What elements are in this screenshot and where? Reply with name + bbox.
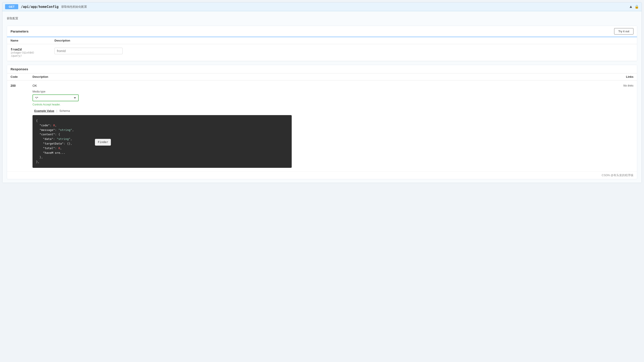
name-col-header: Name: [10, 39, 54, 42]
api-header[interactable]: GET /api/app/homeConfig 获取钱包初始化配置 ▲ 🔒: [2, 2, 642, 11]
response-row-200: 200 OK Media type */* Controls Accept he…: [7, 80, 637, 172]
response-desc-col-header: Description: [32, 75, 600, 78]
watermark: CSDN @有头发的程序猿: [7, 172, 637, 179]
param-location: (query): [10, 54, 54, 57]
have-more-key: "haveM: [43, 151, 53, 154]
api-description: 获取配置: [7, 15, 637, 22]
finder-popup: Finder: [95, 139, 111, 146]
responses-header: Responses: [7, 65, 637, 73]
params-table-header: Name Description: [7, 37, 637, 44]
try-it-out-button[interactable]: Try it out: [614, 28, 634, 34]
responses-table-header: Code Description Links: [7, 73, 637, 80]
links-col-header: Links: [600, 75, 634, 78]
code-col-header: Code: [10, 75, 32, 78]
lock-icon: 🔒: [634, 4, 639, 9]
response-links: No links: [600, 84, 634, 87]
media-type-label: Media type: [32, 90, 600, 93]
param-name-cell: fromId integer($int64) (query): [10, 48, 54, 57]
param-type: integer($int64): [10, 51, 54, 54]
desc-col-header: Description: [54, 39, 634, 42]
example-value-tabs: Example Value | Schema: [32, 108, 600, 113]
method-badge: GET: [5, 4, 18, 9]
parameters-section: Parameters Try it out Name Description f…: [7, 26, 637, 61]
example-value-tab[interactable]: Example Value: [32, 108, 56, 113]
responses-title: Responses: [10, 67, 28, 71]
response-description: OK Media type */* Controls Accept header…: [32, 84, 600, 168]
schema-tab[interactable]: Schema: [58, 108, 72, 113]
api-panel: GET /api/app/homeConfig 获取钱包初始化配置 ▲ 🔒 获取…: [2, 2, 642, 183]
responses-section: Responses Code Description Links 200 OK …: [7, 65, 637, 179]
parameters-header: Parameters Try it out: [7, 26, 637, 37]
param-desc-cell: [54, 48, 634, 54]
tab-divider: |: [56, 108, 58, 113]
media-type-select[interactable]: */*: [32, 94, 79, 101]
parameters-title: Parameters: [10, 30, 28, 33]
collapse-button[interactable]: ▲: [629, 4, 633, 9]
code-block: { "code": 0, "message": "string", "conte…: [32, 115, 292, 168]
api-path: /api/app/homeConfig: [21, 5, 59, 9]
param-input[interactable]: [54, 48, 122, 54]
response-ok-text: OK: [32, 84, 600, 88]
param-row: fromId integer($int64) (query): [7, 44, 637, 61]
api-body: 获取配置 Parameters Try it out Name Descript…: [2, 11, 642, 183]
api-summary: 获取钱包初始化配置: [61, 5, 629, 9]
controls-hint: Controls Accept header.: [32, 103, 600, 106]
param-name: fromId: [10, 48, 22, 51]
response-code: 200: [10, 84, 32, 88]
